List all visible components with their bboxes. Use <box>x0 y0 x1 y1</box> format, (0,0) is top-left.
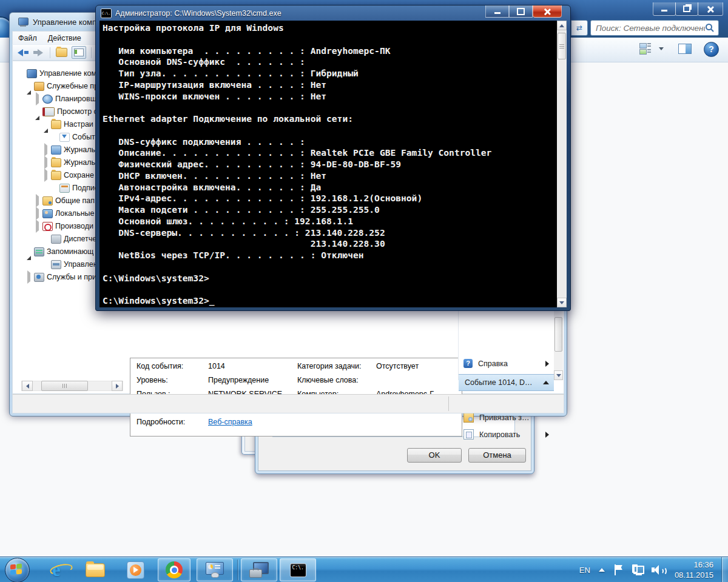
scrollbar-thumb[interactable] <box>554 317 562 352</box>
menu-action[interactable]: Действие <box>42 33 87 44</box>
tree-item-application-logs[interactable]: Журналы <box>18 156 97 169</box>
search-icon <box>705 23 715 33</box>
action-copy[interactable]: Копировать <box>459 427 554 442</box>
show-console-tree-button[interactable] <box>72 46 86 59</box>
forward-toolbar-button[interactable] <box>33 49 47 56</box>
explorer-restore-button[interactable] <box>675 2 698 16</box>
logs-folder-icon <box>51 146 61 155</box>
collapsed-arrow-icon[interactable] <box>44 169 47 182</box>
system-tray: EN 16:36 08.11.2015 <box>579 557 728 582</box>
clock[interactable]: 16:36 08.11.2015 <box>675 560 713 580</box>
media-player-icon <box>127 561 144 579</box>
preview-pane-button[interactable] <box>678 44 692 54</box>
console-scrollbar[interactable] <box>557 21 567 307</box>
taskbar-chrome[interactable] <box>158 558 190 581</box>
cmd-close-button[interactable] <box>533 5 562 18</box>
restore-icon <box>683 5 690 12</box>
scroll-right-button[interactable] <box>112 381 123 391</box>
cm-window-title: Управление комп <box>33 18 96 27</box>
device-manager-icon <box>51 235 61 244</box>
tree-item-windows-logs[interactable]: Журналы <box>18 144 97 156</box>
expanded-arrow-icon[interactable] <box>27 78 31 95</box>
action-help[interactable]: ? Справка <box>459 356 554 371</box>
scrollbar-thumb[interactable] <box>558 33 566 59</box>
collapsed-arrow-icon[interactable] <box>36 207 39 220</box>
shared-folders-icon <box>42 196 53 206</box>
back-toolbar-button[interactable] <box>18 49 33 56</box>
collapsed-arrow-icon[interactable] <box>36 194 39 207</box>
start-button[interactable] <box>5 558 30 582</box>
collapsed-arrow-icon[interactable] <box>44 156 47 169</box>
scrollbar-thumb[interactable] <box>41 381 88 391</box>
tree-item-task-scheduler[interactable]: Планировщ <box>18 93 96 105</box>
web-help-link[interactable]: Веб-справка <box>208 415 252 429</box>
tree-item-disk-management[interactable]: Управлени <box>18 258 102 270</box>
menu-file[interactable]: Файл <box>13 33 42 44</box>
tree-item-system-tools[interactable]: Служебные пр <box>18 80 98 92</box>
taskbar-computer-management[interactable] <box>241 558 277 581</box>
tree-item-services[interactable]: Службы и при <box>18 271 96 283</box>
system-tools-icon <box>34 82 44 91</box>
scroll-down-button[interactable] <box>557 298 567 307</box>
subscriptions-icon <box>59 184 70 193</box>
action-group-event-1014[interactable]: Событие 1014, D… <box>459 374 554 391</box>
views-button-icon[interactable] <box>639 43 650 54</box>
explorer-minimize-button[interactable] <box>653 2 676 16</box>
control-panel-icon <box>206 562 224 578</box>
more-info-label: Подробности: <box>136 415 185 429</box>
tree-item-custom-views[interactable]: Настраи <box>18 118 93 130</box>
search-placeholder: Поиск: Сетевые подключения <box>591 24 705 33</box>
task-scheduler-icon <box>42 95 53 104</box>
language-indicator[interactable]: EN <box>579 566 590 575</box>
tree-item-subscriptions[interactable]: Подписк <box>18 182 101 194</box>
tree-item-shared-folders[interactable]: Общие пап <box>18 195 95 207</box>
tree-item-administrative-events[interactable]: Событ <box>18 131 95 143</box>
hidden-icons-arrow-icon[interactable] <box>599 568 605 572</box>
explorer-help-button[interactable]: ? <box>704 42 719 57</box>
taskbar-internet-explorer[interactable]: e <box>40 558 73 581</box>
tree-horizontal-scrollbar[interactable] <box>21 381 123 391</box>
cmd-minimize-button[interactable] <box>485 5 509 18</box>
taskbar-separator <box>237 560 238 580</box>
tree-item-saved-logs[interactable]: Сохране <box>18 169 94 181</box>
keywords-label: Ключевые слова: <box>297 373 359 387</box>
forward-arrow-icon <box>38 49 43 56</box>
tree-item-event-viewer[interactable]: Просмотр с <box>18 105 98 118</box>
search-input[interactable]: Поиск: Сетевые подключения <box>590 20 719 36</box>
cmd-icon: C:\. <box>101 8 112 18</box>
taskbar-media-player[interactable] <box>119 558 152 581</box>
views-dropdown-caret-icon[interactable] <box>659 47 664 50</box>
internet-explorer-icon: e <box>52 559 61 581</box>
tree-item-local-users[interactable]: Локальные <box>18 207 95 219</box>
cancel-button[interactable]: Отмена <box>468 448 526 463</box>
services-icon <box>34 273 44 282</box>
network-tray-icon[interactable] <box>632 564 644 575</box>
refresh-button[interactable]: ⇄ <box>571 20 588 36</box>
collapsed-arrow-icon[interactable] <box>44 143 47 156</box>
ok-button[interactable]: OK <box>407 448 462 463</box>
taskbar-windows-explorer[interactable] <box>79 558 112 581</box>
scroll-down-button[interactable] <box>554 370 563 380</box>
console-output[interactable]: Настройка протокола IP для Windows Имя к… <box>99 21 557 307</box>
tree-item-storage[interactable]: Запоминающ <box>18 246 93 258</box>
expanded-arrow-icon[interactable] <box>35 103 39 120</box>
scroll-down-icon <box>559 301 564 304</box>
show-desktop-button[interactable] <box>722 557 728 582</box>
volume-tray-icon[interactable] <box>652 564 665 575</box>
computer-management-icon <box>18 18 29 27</box>
tree-item-performance[interactable]: Производи <box>18 220 93 232</box>
scroll-up-button[interactable] <box>557 21 567 30</box>
collapsed-arrow-icon[interactable] <box>36 219 39 233</box>
minimize-icon <box>661 10 667 12</box>
taskbar-control-panel[interactable] <box>197 558 233 581</box>
scroll-left-button[interactable] <box>22 381 33 391</box>
expanded-arrow-icon[interactable] <box>44 116 48 133</box>
explorer-close-button[interactable] <box>698 2 723 16</box>
export-list-icon[interactable] <box>56 48 67 57</box>
cmd-maximize-button[interactable] <box>509 5 533 18</box>
expanded-arrow-icon[interactable] <box>27 243 31 260</box>
scroll-down-icon <box>556 374 561 377</box>
taskbar-cmd[interactable]: C:\. <box>280 558 316 581</box>
collapsed-arrow-icon[interactable] <box>27 270 30 284</box>
action-center-flag-icon[interactable] <box>615 564 624 575</box>
